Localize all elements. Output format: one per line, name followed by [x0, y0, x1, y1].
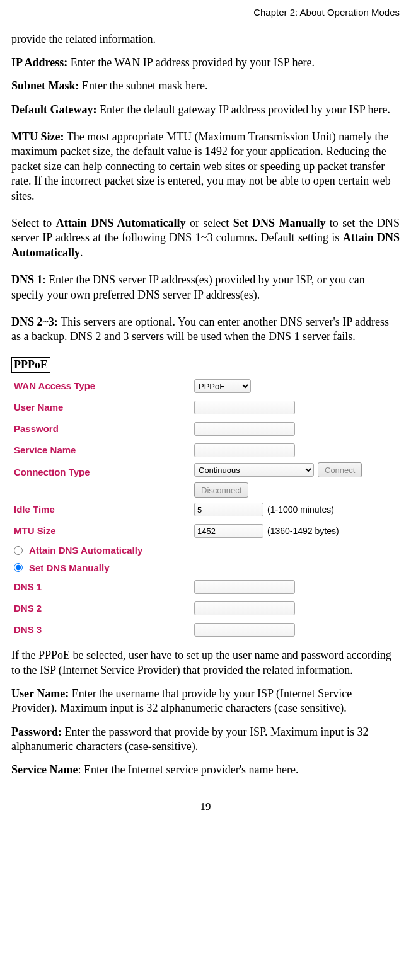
text-dns23: This servers are optional. You can enter… [11, 316, 389, 343]
text-mtu: The most appropriate MTU (Maximum Transm… [11, 130, 391, 202]
connect-button[interactable]: Connect [318, 462, 362, 477]
label-svc-desc: Service Name [11, 763, 78, 776]
label-pass-desc: Password: [11, 726, 62, 738]
input-dns2[interactable] [194, 601, 295, 615]
label-user-desc: User Name: [11, 687, 69, 700]
field-mtu-size: MTU Size: The most appropriate MTU (Maxi… [11, 130, 400, 203]
input-user-name[interactable] [194, 401, 295, 414]
label-gateway: Default Gateway: [11, 103, 96, 116]
select-wan-access-type[interactable]: PPPoE [194, 379, 251, 393]
label-wan-access-type: WAN Access Type [11, 380, 194, 392]
input-password[interactable] [194, 422, 295, 436]
field-subnet-mask: Subnet Mask: Enter the subnet mask here. [11, 79, 400, 93]
label-dns1: DNS 1 [11, 273, 43, 286]
label-dns23: DNS 2~3: [11, 316, 58, 328]
label-password: Password [11, 423, 194, 435]
label-idle-time: Idle Time [11, 503, 194, 516]
field-user-name-desc: User Name: Enter the username that provi… [11, 687, 400, 716]
label-connection-type: Connection Type [11, 462, 194, 479]
text-ip: Enter the WAN IP address provided by you… [67, 56, 315, 69]
field-dns-select: Select to Attain DNS Automatically or se… [11, 216, 400, 260]
dnssel-b1: Attain DNS Automatically [56, 217, 186, 229]
label-dns2-form: DNS 2 [11, 602, 194, 615]
hint-idle-time: (1-1000 minutes) [267, 504, 334, 515]
input-dns3[interactable] [194, 623, 295, 637]
dnssel-mid: or select [186, 217, 233, 229]
radio-set-dns-manually[interactable] [14, 563, 23, 572]
label-dns1-form: DNS 1 [11, 581, 194, 593]
label-subnet: Subnet Mask: [11, 79, 79, 92]
intro-continuation: provide the related information. [11, 32, 400, 47]
label-attain-dns: Attain DNS Automatically [29, 544, 142, 557]
bottom-rule [11, 782, 400, 782]
field-dns1: DNS 1: Enter the DNS server IP address(e… [11, 273, 400, 302]
text-svc-desc: : Enter the Internet service provider's … [78, 763, 298, 776]
pppoe-form: WAN Access Type PPPoE User Name Password… [11, 375, 390, 641]
text-dns1: : Enter the DNS server IP address(es) pr… [11, 273, 365, 300]
section-title-pppoe: PPPoE [11, 357, 50, 373]
dnssel-pre: Select to [11, 217, 56, 229]
chapter-header: Chapter 2: About Operation Modes [11, 6, 400, 19]
field-password-desc: Password: Enter the password that provid… [11, 725, 400, 755]
label-dns3-form: DNS 3 [11, 624, 194, 636]
radio-attain-dns[interactable] [14, 546, 23, 555]
dnssel-post2: . [80, 246, 83, 259]
field-default-gateway: Default Gateway: Enter the default gatew… [11, 103, 400, 117]
input-idle-time[interactable] [194, 503, 263, 516]
input-service-name[interactable] [194, 443, 295, 457]
select-connection-type[interactable]: Continuous [194, 463, 314, 477]
pppoe-after-text: If the PPPoE be selected, user have to s… [11, 648, 400, 678]
disconnect-button[interactable]: Disconnect [194, 482, 248, 498]
label-ip: IP Address: [11, 56, 67, 69]
field-ip-address: IP Address: Enter the WAN IP address pro… [11, 55, 400, 70]
label-mtu: MTU Size: [11, 130, 64, 143]
text-pass-desc: Enter the password that provide by your … [11, 726, 368, 753]
text-subnet: Enter the subnet mask here. [79, 79, 208, 92]
field-service-name-desc: Service Name: Enter the Internet service… [11, 763, 400, 777]
dnssel-b2: Set DNS Manually [233, 217, 326, 229]
input-mtu-size[interactable] [194, 524, 263, 538]
label-set-dns-manually: Set DNS Manually [29, 562, 110, 574]
field-dns23: DNS 2~3: This servers are optional. You … [11, 315, 400, 345]
page-number: 19 [11, 800, 400, 814]
label-user-name: User Name [11, 401, 194, 414]
input-dns1[interactable] [194, 580, 295, 594]
hint-mtu-size: (1360-1492 bytes) [267, 525, 339, 537]
top-rule [11, 23, 400, 23]
label-mtu-size-form: MTU Size [11, 525, 194, 537]
text-gateway: Enter the default gateway IP address pro… [96, 103, 390, 116]
label-service-name: Service Name [11, 444, 194, 457]
